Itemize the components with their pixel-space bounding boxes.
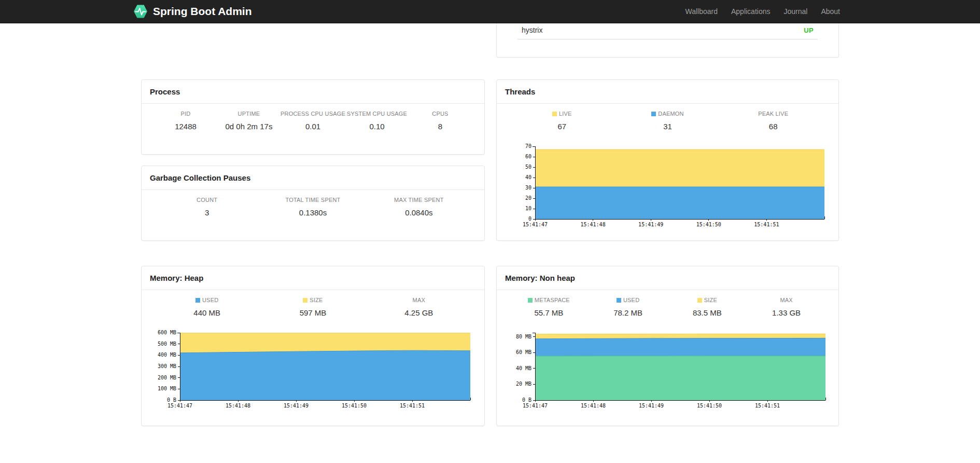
memory-heap-title: Memory: Heap xyxy=(142,266,484,290)
nav-link-about[interactable]: About xyxy=(814,0,847,23)
metric-cpus: CPUS 8 xyxy=(409,111,472,131)
process-panel-title: Process xyxy=(142,80,484,104)
legend-heap-max: MAX 4.25 GB xyxy=(366,297,472,317)
memory-heap-chart-wrap: 600 MB500 MB400 MB300 MB200 MB100 MB0 B1… xyxy=(150,330,484,412)
process-metrics: PID 12488 UPTIME 0d 0h 2m 17s PROCESS CP… xyxy=(142,104,484,131)
svg-text:15:41:49: 15:41:49 xyxy=(639,403,664,408)
memory-nonheap-title: Memory: Non heap xyxy=(497,266,838,290)
svg-text:15:41:47: 15:41:47 xyxy=(523,222,548,227)
memory-nonheap-legend: METASPACE 55.7 MB USED 78.2 MB SIZE 83.5… xyxy=(497,290,838,317)
navbar-container: Spring Boot Admin Wallboard Applications… xyxy=(133,0,847,23)
svg-text:200 MB: 200 MB xyxy=(158,375,176,380)
nav-link-applications[interactable]: Applications xyxy=(724,0,777,23)
memory-nonheap-chart-wrap: 80 MB60 MB40 MB20 MB0 B15:41:4715:41:481… xyxy=(505,330,838,412)
svg-text:400 MB: 400 MB xyxy=(158,352,176,358)
svg-text:500 MB: 500 MB xyxy=(158,341,176,347)
process-panel: Process PID 12488 UPTIME 0d 0h 2m 17s PR… xyxy=(141,79,485,155)
row2-left-column: Process PID 12488 UPTIME 0d 0h 2m 17s PR… xyxy=(141,79,485,241)
applications-panel: hystrix UP xyxy=(496,23,839,58)
metaspace-swatch xyxy=(528,298,533,303)
svg-text:600 MB: 600 MB xyxy=(158,330,176,335)
legend-nonheap-max: MAX 1.33 GB xyxy=(747,297,826,317)
legend-nonheap-size: SIZE 83.5 MB xyxy=(668,297,747,317)
svg-text:10: 10 xyxy=(525,206,531,211)
spring-boot-admin-logo-icon xyxy=(133,4,148,19)
top-navbar: Spring Boot Admin Wallboard Applications… xyxy=(0,0,980,23)
svg-text:0 B: 0 B xyxy=(522,397,531,403)
legend-heap-used: USED 440 MB xyxy=(154,297,260,317)
metric-gc-max-time: MAX TIME SPENT 0.0840s xyxy=(366,197,472,217)
svg-text:20 MB: 20 MB xyxy=(516,381,531,387)
metric-process-cpu: PROCESS CPU USAGE 0.01 xyxy=(281,111,345,131)
svg-text:15:41:51: 15:41:51 xyxy=(400,403,425,408)
svg-text:15:41:49: 15:41:49 xyxy=(284,403,309,408)
svg-text:80 MB: 80 MB xyxy=(516,334,531,339)
application-row: hystrix UP xyxy=(517,23,818,39)
application-name-link[interactable]: hystrix xyxy=(522,26,542,34)
status-badge: UP xyxy=(804,26,814,34)
svg-text:20: 20 xyxy=(525,195,531,201)
memory-nonheap-chart: 80 MB60 MB40 MB20 MB0 B15:41:4715:41:481… xyxy=(505,330,832,412)
navbar-links: Wallboard Applications Journal About xyxy=(678,0,847,23)
svg-text:40 MB: 40 MB xyxy=(516,365,531,371)
gc-panel-title: Garbage Collection Pauses xyxy=(142,166,484,190)
svg-text:15:41:50: 15:41:50 xyxy=(697,403,722,408)
threads-legend: LIVE 67 DAEMON 31 PEAK LIVE 68 xyxy=(497,104,838,131)
metric-pid: PID 12488 xyxy=(154,111,217,131)
svg-text:0: 0 xyxy=(528,216,531,222)
svg-text:0 B: 0 B xyxy=(167,397,176,403)
legend-peak-live: PEAK LIVE 68 xyxy=(720,111,826,131)
svg-text:50: 50 xyxy=(525,164,531,170)
metric-uptime: UPTIME 0d 0h 2m 17s xyxy=(217,111,281,131)
nonheap-used-swatch xyxy=(617,298,621,303)
svg-text:15:41:49: 15:41:49 xyxy=(638,222,663,227)
svg-text:15:41:50: 15:41:50 xyxy=(342,403,367,408)
row1-left-spacer xyxy=(141,23,485,58)
svg-text:15:41:48: 15:41:48 xyxy=(581,222,606,227)
daemon-swatch xyxy=(651,112,656,116)
svg-text:15:41:51: 15:41:51 xyxy=(754,222,779,227)
legend-nonheap-used: USED 78.2 MB xyxy=(589,297,668,317)
svg-text:15:41:48: 15:41:48 xyxy=(581,403,606,408)
memory-heap-chart: 600 MB500 MB400 MB300 MB200 MB100 MB0 B1… xyxy=(150,330,477,412)
threads-panel-title: Threads xyxy=(497,80,838,104)
gc-panel: Garbage Collection Pauses COUNT 3 TOTAL … xyxy=(141,166,485,241)
legend-live: LIVE 67 xyxy=(509,111,615,131)
legend-daemon: DAEMON 31 xyxy=(615,111,721,131)
svg-text:60 MB: 60 MB xyxy=(516,349,531,355)
svg-text:60: 60 xyxy=(525,154,531,159)
svg-text:300 MB: 300 MB xyxy=(158,363,176,369)
gc-metrics: COUNT 3 TOTAL TIME SPENT 0.1380s MAX TIM… xyxy=(142,190,484,217)
svg-text:15:41:51: 15:41:51 xyxy=(755,403,780,408)
memory-heap-legend: USED 440 MB SIZE 597 MB MAX 4.25 GB xyxy=(142,290,484,317)
metric-system-cpu: SYSTEM CPU USAGE 0.10 xyxy=(345,111,409,131)
threads-chart: 70605040302010015:41:4715:41:4815:41:491… xyxy=(505,143,831,230)
nav-link-journal[interactable]: Journal xyxy=(777,0,814,23)
svg-text:15:41:50: 15:41:50 xyxy=(696,222,721,227)
svg-text:40: 40 xyxy=(525,174,531,180)
svg-text:15:41:48: 15:41:48 xyxy=(226,403,250,408)
brand-title: Spring Boot Admin xyxy=(153,5,252,18)
metric-gc-count: COUNT 3 xyxy=(154,197,260,217)
svg-text:100 MB: 100 MB xyxy=(158,386,176,391)
heap-used-swatch xyxy=(195,298,200,303)
nav-link-wallboard[interactable]: Wallboard xyxy=(678,0,724,23)
svg-text:15:41:47: 15:41:47 xyxy=(167,403,192,408)
threads-chart-wrap: 70605040302010015:41:4715:41:4815:41:491… xyxy=(505,143,838,230)
heap-size-swatch xyxy=(303,298,307,303)
metric-gc-total-time: TOTAL TIME SPENT 0.1380s xyxy=(260,197,366,217)
legend-heap-size: SIZE 597 MB xyxy=(260,297,366,317)
memory-nonheap-panel: Memory: Non heap METASPACE 55.7 MB USED … xyxy=(496,266,839,426)
brand-link[interactable]: Spring Boot Admin xyxy=(133,4,252,19)
threads-panel: Threads LIVE 67 DAEMON 31 PEAK LIVE 68 7… xyxy=(496,79,839,241)
memory-heap-panel: Memory: Heap USED 440 MB SIZE 597 MB MAX… xyxy=(141,266,485,426)
svg-text:15:41:47: 15:41:47 xyxy=(523,403,548,408)
main-content: hystrix UP Process PID 12488 UPTIME 0d 0… xyxy=(141,23,839,426)
nonheap-size-swatch xyxy=(697,298,702,303)
live-swatch xyxy=(552,112,557,116)
svg-text:30: 30 xyxy=(525,185,531,190)
legend-metaspace: METASPACE 55.7 MB xyxy=(509,297,589,317)
svg-text:70: 70 xyxy=(525,143,531,149)
